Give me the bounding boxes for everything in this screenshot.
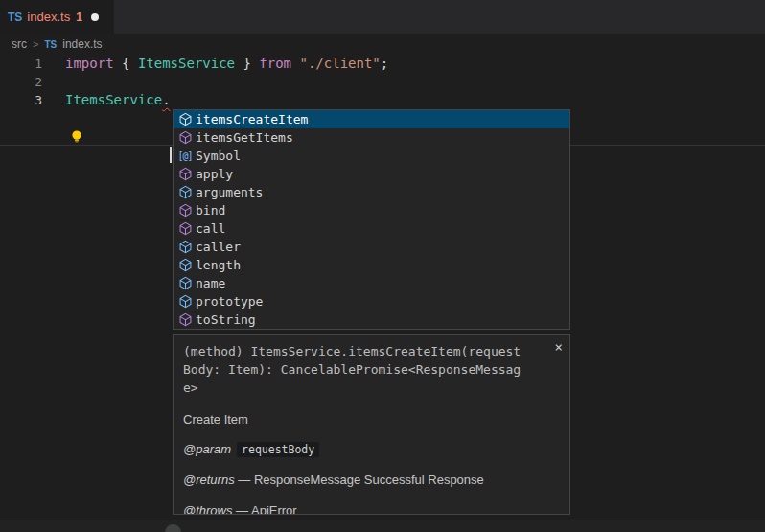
suggest-item-label: name — [196, 274, 225, 292]
breadcrumb-file[interactable]: index.ts — [62, 37, 102, 51]
suggest-item-label: Symbol — [196, 147, 241, 165]
tab-error-count: 1 — [76, 11, 82, 24]
suggest-item-label: itemsGetItems — [196, 128, 293, 147]
symbol-method-icon — [177, 221, 193, 236]
method-signature: (method) ItemsService.itemsCreateItem(re… — [183, 342, 528, 397]
suggest-item-label: apply — [196, 165, 233, 183]
tag-text: — ApiError — [233, 503, 297, 515]
suggest-item-itemsCreateItem[interactable]: itemsCreateItem — [174, 110, 569, 128]
suggest-item-arguments[interactable]: arguments — [174, 183, 569, 201]
code-line-1[interactable]: 1import { ItemsService } from "./client"… — [0, 55, 765, 73]
typescript-file-icon: TS — [8, 11, 22, 24]
suggest-item-name[interactable]: name — [174, 274, 569, 292]
symbol-method-icon — [177, 130, 193, 145]
code-text: ItemsService. — [65, 91, 171, 109]
symbol-field-icon — [177, 276, 193, 290]
breadcrumb: src > TS index.ts — [12, 34, 103, 55]
doc-tag-throws: @throws — ApiError — [183, 503, 560, 515]
text-cursor — [170, 147, 172, 163]
symbol-field-icon — [177, 240, 193, 254]
code-token: from — [259, 56, 291, 71]
suggest-item-label: arguments — [196, 183, 263, 201]
vscode-editor-window: TS index.ts 1 src > TS index.ts 1import … — [0, 0, 765, 532]
tag-name: @throws — [183, 503, 233, 515]
suggest-item-toString[interactable]: toString — [174, 311, 569, 329]
tag-text: — ResponseMessage Successful Response — [235, 473, 484, 487]
tag-param-code: requestBody — [237, 442, 319, 457]
code-token: ; — [381, 56, 388, 71]
suggest-item-label: call — [196, 220, 225, 238]
chevron-right-icon: > — [33, 38, 38, 50]
line-number: 1 — [0, 55, 42, 73]
suggest-item-label: itemsCreateItem — [196, 110, 308, 128]
doc-tag-param: @paramrequestBody — [183, 442, 560, 457]
code-token: import — [65, 56, 114, 71]
doc-tag-returns: @returns — ResponseMessage Successful Re… — [183, 473, 560, 488]
symbol-method-icon — [177, 167, 193, 181]
suggest-item-apply[interactable]: apply — [174, 165, 569, 183]
suggest-item-label: bind — [196, 201, 225, 220]
doc-description: Create Item — [183, 412, 560, 427]
suggest-item-caller[interactable]: caller — [174, 238, 569, 256]
tag-name: @param — [183, 442, 231, 456]
suggest-item-call[interactable]: call — [174, 220, 569, 238]
autocomplete-suggest-widget: itemsCreateItemitemsGetItems[@]Symbolapp… — [173, 109, 570, 330]
suggest-item-prototype[interactable]: prototype — [174, 292, 569, 311]
symbol-field-icon — [177, 258, 193, 272]
close-icon[interactable]: × — [555, 340, 563, 354]
code-token: { — [114, 56, 138, 71]
modified-dot-icon[interactable] — [91, 13, 99, 21]
suggest-item-label: toString — [196, 311, 256, 329]
symbol-misc-icon: [@] — [177, 149, 193, 163]
suggest-item-bind[interactable]: bind — [174, 201, 569, 220]
symbol-method-icon — [177, 203, 193, 218]
lightbulb-icon[interactable] — [70, 129, 83, 144]
symbol-field-icon — [177, 185, 193, 199]
breadcrumb-folder[interactable]: src — [12, 37, 27, 51]
line-number: 2 — [0, 73, 42, 91]
tab-index-ts[interactable]: TS index.ts 1 — [0, 0, 114, 34]
symbol-method-icon — [177, 112, 193, 127]
code-line-2[interactable]: 2 — [0, 73, 765, 91]
suggest-docs-panel: × (method) ItemsService.itemsCreateItem(… — [173, 334, 570, 515]
code-token: } — [235, 56, 259, 71]
line-number: 3 — [0, 91, 42, 109]
tab-filename: index.ts — [27, 10, 70, 24]
symbol-method-icon — [177, 312, 193, 327]
suggest-item-label: length — [196, 256, 241, 274]
code-line-3[interactable]: 3ItemsService. — [0, 91, 765, 109]
typescript-file-icon: TS — [44, 39, 57, 50]
code-token: ItemsService — [65, 92, 162, 107]
suggest-item-label: caller — [196, 238, 241, 256]
error-squiggle-token: . — [162, 92, 170, 107]
tag-name: @returns — [183, 473, 235, 487]
suggest-item-length[interactable]: length — [174, 256, 569, 274]
symbol-field-icon — [177, 294, 193, 309]
code-text: import { ItemsService } from "./client"; — [65, 55, 388, 73]
suggest-item-Symbol[interactable]: [@]Symbol — [174, 147, 569, 165]
tab-bar: TS index.ts 1 — [0, 0, 765, 34]
suggest-item-itemsGetItems[interactable]: itemsGetItems — [174, 128, 569, 147]
suggest-item-label: prototype — [196, 292, 263, 311]
code-token: ItemsService — [138, 56, 235, 71]
bottom-divider — [0, 520, 765, 532]
code-token: "./client" — [299, 56, 380, 71]
